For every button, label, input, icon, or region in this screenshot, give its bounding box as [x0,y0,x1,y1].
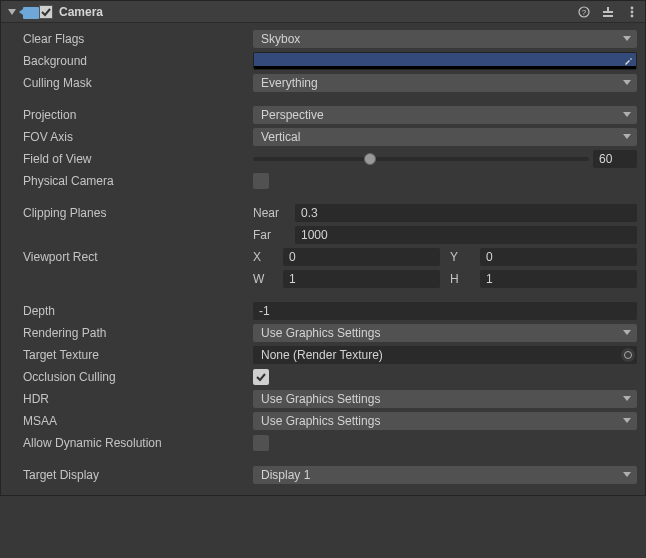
culling-mask-value: Everything [261,76,318,90]
depth-field[interactable]: -1 [253,302,637,320]
far-value: 1000 [301,228,328,242]
culling-mask-dropdown[interactable]: Everything [253,74,637,92]
fov-axis-label: FOV Axis [9,130,253,144]
background-label: Background [9,54,253,68]
svg-point-7 [631,14,634,17]
projection-dropdown[interactable]: Perspective [253,106,637,124]
viewport-h-field[interactable]: 1 [480,270,637,288]
svg-rect-3 [607,7,609,13]
fov-slider[interactable] [253,157,589,161]
viewport-y-label: Y [450,250,476,264]
viewport-w-label: W [253,272,279,286]
near-label: Near [253,206,291,220]
msaa-dropdown[interactable]: Use Graphics Settings [253,412,637,430]
occlusion-culling-checkbox[interactable] [253,369,269,385]
chevron-down-icon [623,472,631,477]
culling-mask-label: Culling Mask [9,76,253,90]
svg-rect-4 [603,15,613,17]
fov-number-field[interactable]: 60 [593,150,637,168]
far-label: Far [253,228,291,242]
far-field[interactable]: 1000 [295,226,637,244]
camera-icon [19,5,35,19]
svg-point-6 [631,10,634,13]
target-texture-label: Target Texture [9,348,253,362]
hdr-label: HDR [9,392,253,406]
viewport-h-label: H [450,272,476,286]
fov-axis-value: Vertical [261,130,300,144]
viewport-x-label: X [253,250,279,264]
fov-axis-dropdown[interactable]: Vertical [253,128,637,146]
clear-flags-value: Skybox [261,32,300,46]
viewport-y-field[interactable]: 0 [480,248,637,266]
fov-value: 60 [599,152,612,166]
viewport-rect-label: Viewport Rect [9,250,253,264]
presets-icon[interactable] [601,5,615,19]
projection-value: Perspective [261,108,324,122]
slider-thumb[interactable] [364,153,376,165]
background-color-field[interactable] [253,52,637,70]
clipping-planes-label: Clipping Planes [9,206,253,220]
component-title: Camera [59,5,577,19]
rendering-path-label: Rendering Path [9,326,253,340]
viewport-x-field[interactable]: 0 [283,248,440,266]
alpha-bar [254,66,636,69]
rendering-path-dropdown[interactable]: Use Graphics Settings [253,324,637,342]
camera-inspector-panel: Camera ? Clear Flags Skybox Backg [0,0,646,496]
help-icon[interactable]: ? [577,5,591,19]
depth-label: Depth [9,304,253,318]
depth-value: -1 [259,304,270,318]
target-display-label: Target Display [9,468,253,482]
physical-camera-label: Physical Camera [9,174,253,188]
color-swatch [254,53,636,66]
target-texture-field[interactable]: None (Render Texture) [253,346,637,364]
chevron-down-icon [623,418,631,423]
svg-text:?: ? [582,8,587,17]
chevron-down-icon [623,112,631,117]
svg-point-5 [631,6,634,9]
object-picker-icon[interactable] [621,348,635,362]
kebab-menu-icon[interactable] [625,5,639,19]
chevron-down-icon [623,330,631,335]
clear-flags-label: Clear Flags [9,32,253,46]
chevron-down-icon [623,134,631,139]
chevron-down-icon [623,80,631,85]
hdr-dropdown[interactable]: Use Graphics Settings [253,390,637,408]
component-header[interactable]: Camera ? [1,1,645,23]
occlusion-culling-label: Occlusion Culling [9,370,253,384]
projection-label: Projection [9,108,253,122]
chevron-down-icon [623,36,631,41]
clear-flags-dropdown[interactable]: Skybox [253,30,637,48]
fov-label: Field of View [9,152,253,166]
allow-dynamic-resolution-checkbox[interactable] [253,435,269,451]
component-body: Clear Flags Skybox Background [1,23,645,495]
viewport-w-field[interactable]: 1 [283,270,440,288]
allow-dynamic-resolution-label: Allow Dynamic Resolution [9,436,253,450]
chevron-down-icon [623,396,631,401]
eyedropper-icon[interactable] [622,55,634,67]
slider-track[interactable] [253,157,589,161]
near-field[interactable]: 0.3 [295,204,637,222]
msaa-label: MSAA [9,414,253,428]
target-display-dropdown[interactable]: Display 1 [253,466,637,484]
foldout-toggle-icon[interactable] [7,7,17,17]
physical-camera-checkbox[interactable] [253,173,269,189]
component-enabled-checkbox[interactable] [39,5,53,19]
near-value: 0.3 [301,206,318,220]
